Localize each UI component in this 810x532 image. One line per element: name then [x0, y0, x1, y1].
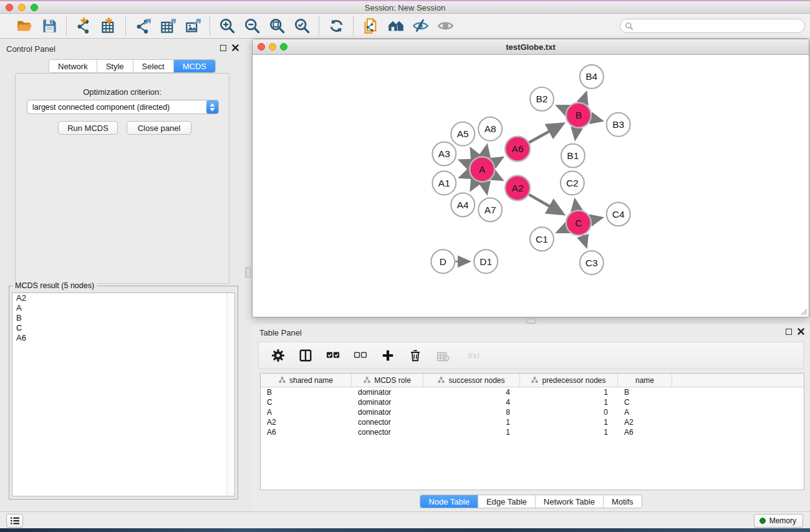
mcds-result-item[interactable]: B [12, 313, 234, 323]
edge-B-B1[interactable] [576, 128, 577, 139]
memory-button[interactable]: Memory [754, 514, 803, 528]
tab-motifs[interactable]: Motifs [604, 495, 642, 508]
gear-icon[interactable] [270, 347, 286, 364]
edge-A-A1[interactable] [460, 174, 470, 178]
zoom-out-icon[interactable] [243, 17, 261, 36]
close-panel-button[interactable]: Close panel [127, 121, 191, 135]
scrollbar[interactable] [226, 293, 234, 496]
table-row[interactable]: Adominator80A [261, 407, 804, 417]
node-label-D1: D1 [480, 256, 492, 267]
edge-B-B4[interactable] [583, 92, 587, 102]
table-cell: 0 [520, 407, 618, 417]
export-image-icon[interactable] [183, 17, 202, 36]
edge-C-C2[interactable] [575, 200, 577, 210]
edge-A-A7[interactable] [485, 182, 487, 193]
node-label-A1: A1 [438, 178, 450, 188]
node-label-B4: B4 [586, 71, 597, 82]
window-titlebar[interactable]: Session: New Session [0, 1, 810, 14]
mcds-tab-content: Optimization criterion: largest connecte… [15, 73, 229, 284]
horizontal-splitter-handle[interactable] [526, 319, 536, 324]
zoom-selected-icon[interactable] [292, 17, 311, 36]
table-cell: 1 [423, 427, 520, 437]
node-label-C2: C2 [566, 178, 579, 188]
open-session-icon[interactable] [15, 17, 34, 36]
edge-B-B3[interactable] [591, 118, 602, 121]
control-panel-tabs: NetworkStyleSelectMCDS [49, 59, 216, 73]
mcds-result-item[interactable]: C [12, 323, 234, 333]
table-row[interactable]: A2connector11A2 [261, 417, 804, 427]
network-from-selection-icon[interactable] [361, 17, 380, 36]
search-input[interactable] [634, 20, 804, 32]
split-columns-icon[interactable] [297, 347, 314, 364]
table-cell: A [261, 407, 352, 417]
edge-A2-C[interactable] [529, 195, 562, 214]
network-window-titlebar[interactable]: testGlobe.txt [253, 39, 809, 55]
edge-A-A2[interactable] [494, 175, 503, 180]
node-table[interactable]: shared nameMCDS rolesuccessor nodesprede… [260, 373, 804, 490]
zoom-in-icon[interactable] [218, 17, 236, 36]
task-history-button[interactable] [6, 514, 23, 528]
column-header-name[interactable]: name [618, 374, 672, 387]
tab-network-table[interactable]: Network Table [536, 495, 604, 508]
vertical-splitter-handle[interactable] [245, 267, 251, 278]
edge-A6-B[interactable] [529, 124, 562, 143]
first-neighbors-icon[interactable] [386, 17, 405, 36]
tab-edge-table[interactable]: Edge Table [478, 495, 536, 508]
mcds-result-item[interactable]: A [12, 303, 234, 313]
mcds-result-item[interactable]: A2 [12, 293, 234, 303]
edge-A-A4[interactable] [471, 181, 476, 190]
mcds-result-list[interactable]: A2ABCA6 [12, 293, 235, 496]
close-table-panel-icon[interactable] [798, 328, 804, 335]
edge-A-A3[interactable] [460, 160, 470, 165]
tab-style[interactable]: Style [97, 60, 133, 72]
export-network-icon[interactable] [133, 17, 152, 36]
table-cell: A2 [618, 417, 672, 427]
table-cell: B [261, 387, 352, 397]
edge-C-C3[interactable] [582, 235, 586, 246]
trash-icon[interactable] [407, 347, 423, 364]
optimization-criterion-select[interactable]: largest connected component (directed) [27, 100, 219, 114]
network-graph[interactable]: B4B2BB3A5A8A6A3AA1B1C2A4A7A2CC4C1C3DD1 [253, 55, 808, 316]
export-table-icon[interactable] [158, 17, 177, 36]
column-header-MCDS-role[interactable]: MCDS role [352, 374, 423, 387]
tab-select[interactable]: Select [133, 60, 174, 72]
add-icon[interactable] [380, 347, 396, 364]
close-panel-icon[interactable] [232, 44, 239, 51]
resize-grip-icon[interactable] [799, 307, 808, 316]
import-table-icon[interactable] [99, 17, 118, 36]
float-panel-icon[interactable] [220, 45, 226, 51]
edge-C-C1[interactable] [557, 228, 567, 233]
float-table-panel-icon[interactable] [786, 329, 792, 335]
table-cell: 1 [520, 427, 618, 437]
edge-B-B2[interactable] [557, 106, 567, 110]
edge-A-A5[interactable] [471, 148, 476, 158]
table-cell: 1 [520, 397, 618, 407]
column-header-successor-nodes[interactable]: successor nodes [423, 374, 520, 387]
column-header-shared-name[interactable]: shared name [261, 374, 352, 387]
edge-C-C4[interactable] [591, 218, 602, 220]
tab-node-table[interactable]: Node Table [420, 495, 478, 508]
network-canvas[interactable]: B4B2BB3A5A8A6A3AA1B1C2A4A7A2CC4C1C3DD1 [253, 55, 808, 316]
run-mcds-button[interactable]: Run MCDS [58, 121, 118, 135]
edge-A-A6[interactable] [493, 158, 503, 163]
import-network-icon[interactable] [74, 17, 93, 36]
zoom-fit-icon[interactable] [268, 17, 286, 36]
mcds-result-item[interactable]: A6 [12, 333, 234, 343]
network-view-window[interactable]: testGlobe.txt B4B2BB3A5A8A6A3AA1B1C2A4A7… [252, 39, 809, 317]
node-label-A7: A7 [485, 205, 496, 215]
table-row[interactable]: A6connector11A6 [261, 427, 804, 437]
tab-network[interactable]: Network [49, 60, 97, 72]
status-bar: Memory [0, 511, 810, 528]
deselect-all-icon[interactable] [352, 347, 369, 364]
hide-selected-icon[interactable] [411, 17, 430, 36]
table-row[interactable]: Bdominator41B [261, 387, 804, 397]
column-header-predecessor-nodes[interactable]: predecessor nodes [520, 374, 618, 387]
table-row[interactable]: Cdominator41C [261, 397, 804, 407]
refresh-icon[interactable] [327, 17, 345, 36]
select-all-icon[interactable] [325, 347, 341, 364]
save-session-icon[interactable] [40, 17, 59, 36]
table-cell: connector [352, 427, 423, 437]
tab-mcds[interactable]: MCDS [174, 60, 215, 72]
search-box[interactable] [620, 19, 805, 33]
edge-A-A8[interactable] [485, 145, 487, 157]
